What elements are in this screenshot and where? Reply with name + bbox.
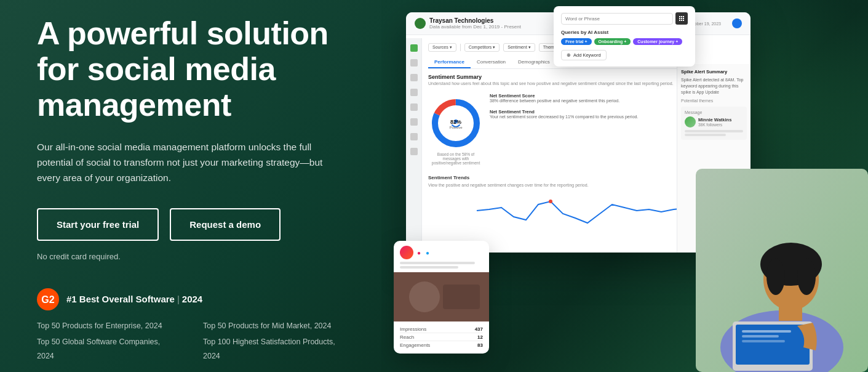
engagements-stat: Engagements 83 <box>400 341 483 349</box>
svg-rect-27 <box>742 330 791 333</box>
potential-themes-label: Potential themes <box>681 99 747 103</box>
reach-stat: Reach 12 <box>400 333 483 341</box>
award-item-3: Top 50 Products for Mid Market, 2024 <box>203 319 344 333</box>
competitors-filter[interactable]: Competitors ▾ <box>464 43 500 52</box>
dashboard-sidebar <box>406 38 422 253</box>
person-photo-area <box>696 169 868 372</box>
svg-rect-8 <box>679 20 680 21</box>
award-item-2: Top 50 Global Software Companies, 2024 <box>37 335 178 363</box>
sidebar-icon-7[interactable] <box>410 133 418 140</box>
svg-rect-9 <box>681 20 682 21</box>
social-content-lines <box>394 262 489 272</box>
sidebar-icon-6[interactable] <box>410 118 418 126</box>
twitter-icon: ● <box>426 249 429 256</box>
ai-tag-onboarding[interactable]: Onboarding + <box>594 38 631 45</box>
ai-assist-card: Queries by AI Assist Free trial + Onboar… <box>554 6 695 67</box>
tab-demographics[interactable]: Demographics <box>512 57 556 68</box>
sidebar-icon-2[interactable] <box>410 59 418 67</box>
svg-text:82%: 82% <box>450 119 461 125</box>
social-card-header: ● ● <box>394 241 489 262</box>
sidebar-icon-5[interactable] <box>410 103 418 111</box>
svg-rect-3 <box>681 16 682 17</box>
ai-tag-free-trial[interactable]: Free trial + <box>561 38 592 45</box>
award-item-4: Top 100 Highest Satisfaction Products, 2… <box>203 335 344 363</box>
social-avatar <box>400 246 413 259</box>
ai-tag-customer-journey[interactable]: Customer journey + <box>633 38 682 45</box>
svg-point-22 <box>766 258 785 295</box>
awards-section: G2 #1 Best Overall Software|2024 Top 50 … <box>37 288 344 363</box>
sidebar-icon-8[interactable] <box>410 148 418 155</box>
sidebar-icon-1[interactable] <box>410 44 418 52</box>
g2-badge-text: #1 Best Overall Software|2024 <box>66 294 202 304</box>
start-trial-button[interactable]: Start your free trial <box>37 208 159 241</box>
sentiment-filter[interactable]: Sentiment ▾ <box>503 43 535 52</box>
request-demo-button[interactable]: Request a demo <box>170 208 281 241</box>
spike-alert-title: Spike Alert Summary <box>681 69 747 75</box>
subheadline: Our all-in-one social media management p… <box>37 140 344 185</box>
plus-icon: ⊕ <box>567 52 571 58</box>
ai-search-submit-button[interactable] <box>675 12 688 25</box>
add-keyword-button[interactable]: ⊕ Add Keyword <box>561 50 607 60</box>
impressions-stat: Impressions 437 <box>400 325 483 333</box>
svg-text:Positive: Positive <box>449 126 463 129</box>
svg-rect-28 <box>742 335 779 338</box>
social-post-image <box>394 272 489 321</box>
svg-point-17 <box>549 200 552 203</box>
date-range: Data available from Dec 1, 2019 - Presen… <box>429 24 521 30</box>
ai-queries-label: Queries by AI Assist <box>561 30 688 35</box>
svg-rect-5 <box>679 18 680 19</box>
svg-point-23 <box>797 258 816 295</box>
right-panel: Queries by AI Assist Free trial + Onboar… <box>381 0 868 372</box>
left-panel: A powerful solution for social media man… <box>0 0 381 372</box>
company-name: Traysan Technologies <box>429 17 521 24</box>
donut-chart: 82% Positive <box>428 95 484 151</box>
sidebar-icon-3[interactable] <box>410 74 418 81</box>
svg-rect-4 <box>683 16 684 17</box>
social-post-stats: Impressions 437 Reach 12 Engagements 83 <box>394 325 489 354</box>
no-credit-card-text: No credit card required. <box>37 252 344 261</box>
svg-rect-2 <box>679 16 680 17</box>
donut-sub-label: Based on the 58% of messages with positi… <box>428 152 484 165</box>
g2-badge-row: G2 #1 Best Overall Software|2024 <box>37 288 344 310</box>
sources-filter[interactable]: Sources ▾ <box>428 43 456 52</box>
svg-rect-6 <box>681 18 682 19</box>
social-post-card: ● ● Impressions 437 Reach 12 Engagements… <box>394 241 489 354</box>
ai-search-input[interactable] <box>561 13 673 25</box>
brand-dot <box>415 18 426 29</box>
svg-rect-29 <box>742 340 785 342</box>
headline: A powerful solution for social media man… <box>37 15 344 123</box>
tab-conversation[interactable]: Conversation <box>471 57 512 68</box>
svg-rect-10 <box>683 20 684 21</box>
ai-search-row <box>561 12 688 25</box>
button-row: Start your free trial Request a demo <box>37 208 344 241</box>
tab-performance[interactable]: Performance <box>428 57 471 68</box>
svg-rect-7 <box>683 18 684 19</box>
g2-logo-icon: G2 <box>37 288 59 310</box>
svg-rect-24 <box>779 305 802 321</box>
ai-tags-row: Free trial + Onboarding + Customer journ… <box>561 38 688 45</box>
dashboard-logo: Traysan Technologies Data available from… <box>415 17 521 30</box>
instagram-icon: ● <box>417 249 421 256</box>
svg-text:G2: G2 <box>41 294 54 305</box>
spike-alert-text: Spike Alert detected at 8AM. Top keyword… <box>681 77 747 95</box>
award-item-1: Top 50 Products for Enterprise, 2024 <box>37 319 178 333</box>
message-preview: Message Minnie Watkins 38K followers <box>681 107 747 140</box>
search-icon <box>679 15 685 22</box>
awards-grid: Top 50 Products for Enterprise, 2024 Top… <box>37 319 344 363</box>
sidebar-icon-4[interactable] <box>410 89 418 96</box>
person-illustration <box>696 169 868 372</box>
donut-chart-area: 82% Positive Based on the 58% of message… <box>428 91 484 170</box>
